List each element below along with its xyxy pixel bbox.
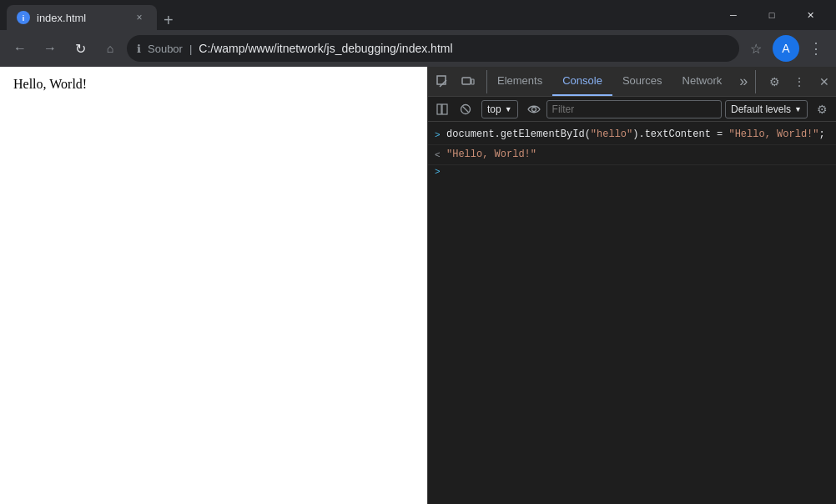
- console-input-arrow: >: [435, 127, 446, 143]
- window-controls: ─ □ ✕: [714, 0, 829, 30]
- menu-button[interactable]: ⋮: [803, 35, 829, 62]
- forward-icon: →: [43, 41, 57, 56]
- account-icon: A: [782, 42, 789, 55]
- console-str1: "hello": [591, 129, 632, 140]
- reload-icon: ↻: [75, 41, 86, 57]
- hello-world-text: Hello, World!: [13, 77, 87, 91]
- back-button[interactable]: ←: [7, 35, 33, 62]
- devtools-settings-button[interactable]: ⚙: [763, 70, 786, 93]
- console-line-2: < "Hello, World!": [428, 145, 836, 165]
- tab-area: i index.html × +: [7, 0, 714, 30]
- console-prompt-icon: >: [435, 167, 446, 177]
- console-settings-button[interactable]: ⚙: [811, 98, 833, 120]
- svg-rect-4: [462, 78, 471, 84]
- devtools-panel: Elements Console Sources Network » ⚙: [427, 67, 836, 504]
- clear-console-button[interactable]: [455, 98, 476, 120]
- inspect-element-button[interactable]: [431, 70, 455, 93]
- console-line-1-text: document.getElementById("hello").textCon…: [446, 127, 825, 142]
- console-line-2-value: "Hello, World!": [446, 147, 536, 162]
- gear-icon: ⚙: [817, 103, 828, 116]
- titlebar: i index.html × + ─ □ ✕: [0, 0, 836, 30]
- close-button[interactable]: ✕: [791, 0, 829, 30]
- home-icon: ⌂: [107, 42, 113, 55]
- tab-console[interactable]: Console: [552, 67, 612, 96]
- navbar: ← → ↻ ⌂ ℹ Soubor | C:/wamp/www/itnetwork…: [0, 30, 836, 67]
- tab-network[interactable]: Network: [672, 67, 733, 96]
- address-separator: |: [189, 43, 192, 55]
- close-icon: ✕: [819, 75, 829, 88]
- default-levels-arrow: ▼: [794, 105, 802, 113]
- reload-button[interactable]: ↻: [67, 35, 93, 62]
- forward-button[interactable]: →: [37, 35, 63, 62]
- devtools-close-button[interactable]: ✕: [813, 70, 836, 93]
- svg-point-10: [531, 107, 536, 111]
- device-toolbar-button[interactable]: [456, 70, 480, 93]
- tab-favicon: i: [17, 11, 30, 24]
- more-tabs-button[interactable]: »: [732, 70, 755, 93]
- devtools-left-icons: [431, 70, 487, 93]
- svg-line-9: [463, 106, 469, 112]
- context-arrow: ▼: [505, 105, 512, 113]
- console-output: > document.getElementById("hello").textC…: [428, 122, 836, 504]
- console-line-1: > document.getElementById("hello").textC…: [428, 125, 836, 145]
- back-icon: ←: [13, 41, 27, 56]
- svg-rect-6: [437, 104, 441, 114]
- console-toolbar: top ▼ Default levels ▼ ⚙: [428, 97, 836, 122]
- home-button[interactable]: ⌂: [97, 35, 123, 62]
- page-content: Hello, World!: [0, 67, 427, 504]
- bookmark-button[interactable]: ☆: [743, 35, 769, 62]
- svg-text:i: i: [23, 14, 25, 23]
- context-label: top: [487, 103, 501, 115]
- info-icon: ℹ: [137, 43, 141, 55]
- new-tab-button[interactable]: +: [157, 11, 180, 30]
- settings-icon: ⚙: [769, 75, 780, 88]
- devtools-toolbar: Elements Console Sources Network » ⚙: [428, 67, 836, 97]
- tab-sources[interactable]: Sources: [612, 67, 672, 96]
- maximize-button[interactable]: □: [753, 0, 791, 30]
- tab-title: index.html: [37, 12, 125, 24]
- console-prompt-line: >: [428, 165, 836, 179]
- file-label: Soubor: [148, 43, 183, 55]
- star-icon: ☆: [750, 41, 762, 57]
- more-options-icon: ⋮: [793, 75, 805, 88]
- minimize-button[interactable]: ─: [714, 0, 753, 30]
- address-text: C:/wamp/www/itnetwork/js_debugging/index…: [199, 42, 729, 55]
- main-area: Hello, World!: [0, 67, 836, 504]
- devtools-more-button[interactable]: ⋮: [788, 70, 811, 93]
- menu-icon: ⋮: [808, 39, 823, 58]
- console-doc-keyword: document.getElementById(: [446, 129, 591, 140]
- console-semicolon: ;: [819, 129, 825, 140]
- address-bar[interactable]: ℹ Soubor | C:/wamp/www/itnetwork/js_debu…: [127, 35, 739, 62]
- devtools-right-icons: ⚙ ⋮ ✕: [755, 70, 836, 93]
- console-output-arrow: <: [435, 147, 446, 163]
- default-levels-label: Default levels: [731, 103, 791, 115]
- browser-tab[interactable]: i index.html ×: [7, 5, 157, 30]
- context-selector[interactable]: top ▼: [481, 100, 518, 118]
- svg-rect-7: [442, 104, 447, 114]
- live-expressions-button[interactable]: [523, 98, 545, 120]
- console-sidebar-button[interactable]: [431, 98, 453, 120]
- console-str2: "Hello, World!": [728, 129, 818, 140]
- default-levels-button[interactable]: Default levels ▼: [725, 100, 808, 118]
- account-button[interactable]: A: [773, 35, 799, 62]
- tab-elements[interactable]: Elements: [487, 67, 552, 96]
- console-method: ).textContent =: [632, 129, 728, 140]
- svg-rect-5: [471, 79, 474, 84]
- devtools-tabs: Elements Console Sources Network »: [487, 67, 755, 96]
- tab-close-button[interactable]: ×: [132, 10, 147, 25]
- filter-input[interactable]: [546, 100, 722, 118]
